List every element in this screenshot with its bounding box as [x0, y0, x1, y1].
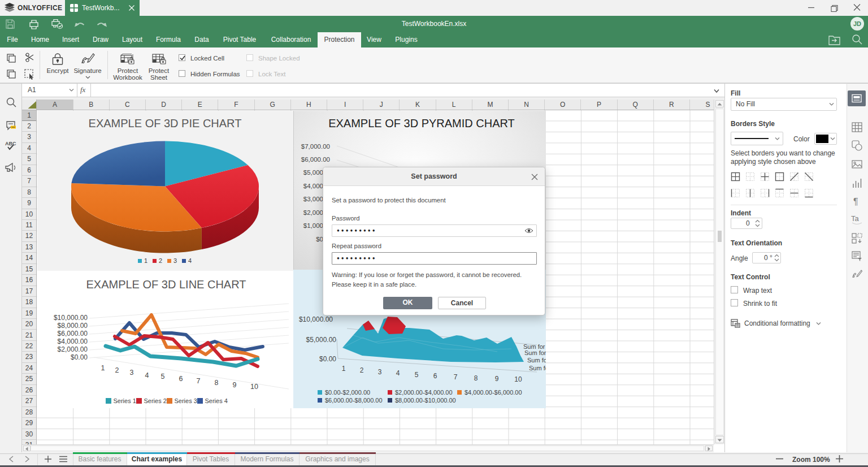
svg-text:$10,000.00: $10,000.00 [299, 315, 333, 323]
svg-text:9: 9 [233, 381, 237, 389]
svg-text:6: 6 [179, 375, 183, 383]
svg-text:$10,000.00: $10,000.00 [54, 314, 88, 322]
svg-text:¶: ¶ [853, 197, 858, 206]
svg-text:Sum fo: Sum fo [529, 365, 546, 371]
svg-text:$6,000.00-$8,000.00: $6,000.00-$8,000.00 [325, 397, 383, 404]
svg-text:8: 8 [215, 379, 219, 387]
svg-text:$5,000: $5,000 [303, 169, 323, 176]
svg-text:Sum for C: Sum for C [524, 349, 546, 356]
svg-text:$2,000: $2,000 [303, 209, 323, 216]
svg-text:$0.00: $0.00 [71, 353, 88, 361]
svg-text:$8,000.00: $8,000.00 [58, 322, 88, 330]
svg-text:Series 2: Series 2 [144, 397, 167, 404]
svg-text:5: 5 [415, 371, 419, 379]
svg-text:$2,000.00-$4,000.00: $2,000.00-$4,000.00 [395, 389, 453, 396]
svg-text:7: 7 [197, 377, 201, 385]
svg-text:$6,000.00: $6,000.00 [58, 330, 88, 338]
svg-text:4: 4 [396, 369, 400, 377]
svg-text:1: 1 [342, 365, 346, 373]
svg-text:EXAMPLE OF 3D LINE CHART: EXAMPLE OF 3D LINE CHART [86, 278, 246, 291]
svg-text:Ta: Ta [851, 214, 860, 223]
svg-text:$0.00-$2,000.00: $0.00-$2,000.00 [325, 389, 370, 396]
svg-text:5: 5 [161, 373, 165, 380]
svg-text:3: 3 [378, 368, 382, 376]
svg-text:$7,000.00: $7,000.00 [301, 143, 330, 150]
svg-text:1: 1 [101, 364, 105, 372]
svg-text:Series 1: Series 1 [114, 397, 136, 404]
svg-text:1: 1 [144, 257, 147, 264]
svg-text:$8,000.00-$10,000.00: $8,000.00-$10,000.00 [395, 397, 456, 404]
svg-text:7: 7 [454, 373, 458, 381]
svg-text:9: 9 [495, 375, 499, 383]
svg-text:2: 2 [115, 366, 119, 374]
svg-text:10: 10 [514, 375, 522, 383]
svg-text:6: 6 [433, 372, 437, 380]
svg-text:Sum for: Sum for [527, 357, 546, 364]
svg-text:$3,000: $3,000 [303, 196, 323, 202]
svg-text:EXAMPLE OF 3D PIE CHART: EXAMPLE OF 3D PIE CHART [89, 117, 242, 129]
svg-text:10: 10 [250, 383, 258, 391]
svg-text:4: 4 [145, 371, 149, 379]
svg-text:Series 3: Series 3 [175, 397, 197, 404]
svg-text:2: 2 [360, 366, 364, 374]
svg-text:$4,000: $4,000 [303, 183, 323, 189]
svg-text:3: 3 [130, 369, 134, 377]
svg-text:8: 8 [474, 374, 478, 382]
svg-text:4: 4 [188, 257, 192, 264]
svg-text:$6,000.00: $6,000.00 [301, 156, 330, 163]
svg-text:2: 2 [159, 257, 162, 264]
svg-text:$2,000.00: $2,000.00 [58, 345, 88, 353]
svg-text:3: 3 [173, 257, 177, 264]
svg-text:$1,000: $1,000 [303, 222, 323, 229]
svg-text:EXAMPLE OF 3D PYRAMID CHART: EXAMPLE OF 3D PYRAMID CHART [328, 117, 515, 129]
svg-text:$4,000.00-$6,000.00: $4,000.00-$6,000.00 [465, 389, 522, 396]
svg-text:Series 4: Series 4 [205, 397, 228, 404]
svg-text:ABC: ABC [5, 141, 16, 146]
svg-text:$0.00: $0.00 [319, 355, 336, 363]
svg-text:$4,000.00: $4,000.00 [58, 338, 88, 345]
svg-text:$5,000.00: $5,000.00 [306, 336, 337, 344]
